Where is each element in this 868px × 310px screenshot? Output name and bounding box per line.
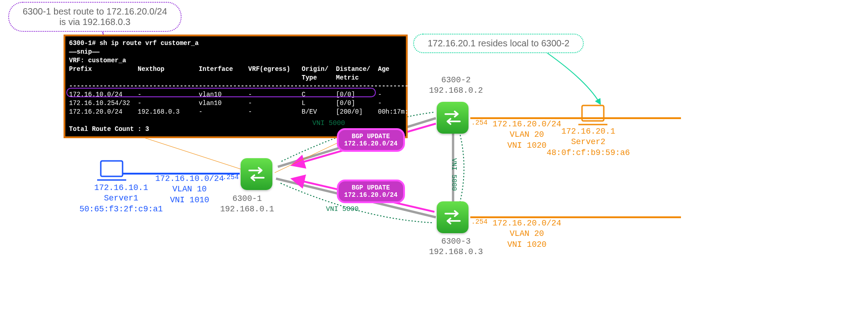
bgp-update-top: BGP UPDATE172.16.20.0/24	[337, 128, 405, 152]
server2-icon	[577, 104, 609, 129]
terminal-route-table: 6300-1# sh ip route vrf customer_a ——sni…	[64, 35, 408, 138]
link-left-gw: .254	[222, 174, 239, 181]
vni-label-c: VNI 5000	[450, 158, 458, 191]
router-6300-3	[437, 201, 469, 233]
router-6300-1	[241, 158, 272, 190]
router-6300-2-label: 6300-2192.168.0.2	[429, 75, 483, 96]
link-r3-gw: .254	[471, 218, 488, 226]
link-r2-gw: .254	[471, 119, 488, 127]
callout-line1: 6300-1 best route to 172.16.20.0/24	[23, 6, 167, 17]
bgp-update-bottom: BGP UPDATE172.16.20.0/24	[337, 180, 405, 203]
router-6300-2	[437, 102, 469, 134]
link-left-label: 172.16.10.0/24VLAN 10VNI 1010	[155, 174, 224, 205]
link-r2-label: 172.16.20.0/24VLAN 20VNI 1020	[493, 119, 561, 151]
server1-icon	[95, 159, 128, 185]
callout-best-route: 6300-1 best route to 172.16.20.0/24 is v…	[8, 2, 182, 32]
router-6300-3-label: 6300-3192.168.0.3	[429, 236, 483, 258]
router-6300-1-label: 6300-1192.168.0.1	[220, 194, 274, 215]
server1-label: 172.16.10.1Server150:65:f3:2f:c9:a1	[79, 183, 163, 215]
link-r3-label: 172.16.20.0/24VLAN 20VNI 1020	[493, 218, 561, 250]
svg-rect-0	[101, 161, 123, 176]
callout-line2: is via 192.168.0.3	[23, 17, 167, 27]
svg-rect-1	[582, 105, 604, 121]
vni-label-b: VNI 5000	[326, 205, 359, 213]
callout-local: 172.16.20.1 resides local to 6300-2	[413, 34, 584, 53]
vni-label-a: VNI 5000	[312, 120, 345, 127]
